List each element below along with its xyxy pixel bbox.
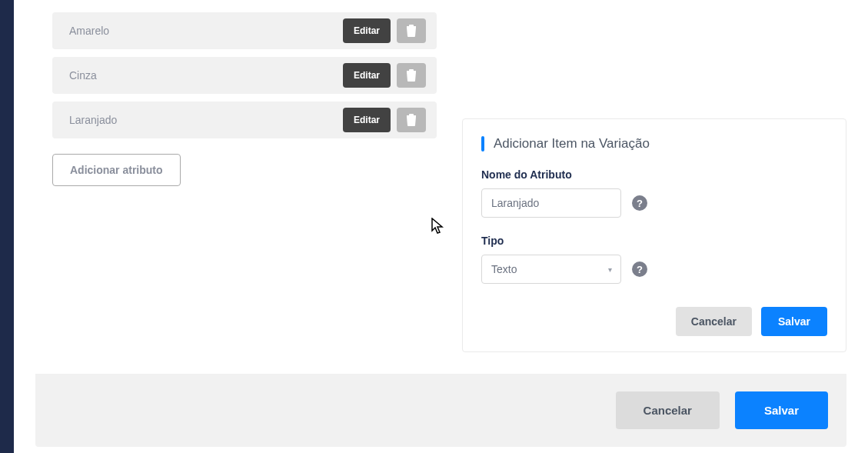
type-select-wrap: Texto ▾ xyxy=(481,255,621,284)
attribute-label: Cinza xyxy=(69,69,97,82)
main-card: Amarelo Editar Cinza Editar xyxy=(35,0,846,374)
help-icon[interactable]: ? xyxy=(632,261,647,277)
form-group-name: Nome do Atributo ? xyxy=(481,168,827,218)
trash-icon xyxy=(406,25,417,37)
form-group-type: Tipo Texto ▾ ? xyxy=(481,235,827,284)
page-footer: Cancelar Salvar xyxy=(35,374,846,447)
attribute-row: Laranjado Editar xyxy=(52,102,437,138)
panel-title: Adicionar Item na Variação xyxy=(494,136,650,152)
left-nav-rail xyxy=(0,0,14,453)
trash-icon xyxy=(406,114,417,126)
delete-button[interactable] xyxy=(397,63,426,88)
type-select-value: Texto xyxy=(491,263,517,275)
trash-icon xyxy=(406,69,417,82)
page-container: Amarelo Editar Cinza Editar xyxy=(14,0,868,453)
add-attribute-button[interactable]: Adicionar atributo xyxy=(52,154,181,186)
panel-cancel-button[interactable]: Cancelar xyxy=(676,307,752,336)
form-row: Texto ▾ ? xyxy=(481,255,827,284)
type-select[interactable]: Texto xyxy=(481,255,621,284)
panel-accent-bar xyxy=(481,136,484,152)
page-cancel-button[interactable]: Cancelar xyxy=(616,391,720,429)
panel-footer: Cancelar Salvar xyxy=(481,307,827,336)
attribute-label: Laranjado xyxy=(69,114,117,126)
attribute-actions: Editar xyxy=(343,108,426,132)
attribute-actions: Editar xyxy=(343,18,426,43)
delete-button[interactable] xyxy=(397,18,426,43)
name-label: Nome do Atributo xyxy=(481,168,827,181)
attribute-row: Amarelo Editar xyxy=(52,12,437,49)
page-save-button[interactable]: Salvar xyxy=(735,391,828,429)
edit-button[interactable]: Editar xyxy=(343,63,391,88)
attribute-label: Amarelo xyxy=(69,25,109,37)
edit-button[interactable]: Editar xyxy=(343,18,391,43)
add-item-panel: Adicionar Item na Variação Nome do Atrib… xyxy=(462,118,846,352)
panel-save-button[interactable]: Salvar xyxy=(761,307,827,336)
form-row: ? xyxy=(481,188,827,218)
attribute-actions: Editar xyxy=(343,63,426,88)
help-icon[interactable]: ? xyxy=(632,195,647,211)
attribute-name-input[interactable] xyxy=(481,188,621,218)
attribute-list: Amarelo Editar Cinza Editar xyxy=(52,12,437,186)
attribute-row: Cinza Editar xyxy=(52,57,437,94)
panel-header: Adicionar Item na Variação xyxy=(481,136,827,152)
edit-button[interactable]: Editar xyxy=(343,108,391,132)
type-label: Tipo xyxy=(481,235,827,247)
delete-button[interactable] xyxy=(397,108,426,132)
